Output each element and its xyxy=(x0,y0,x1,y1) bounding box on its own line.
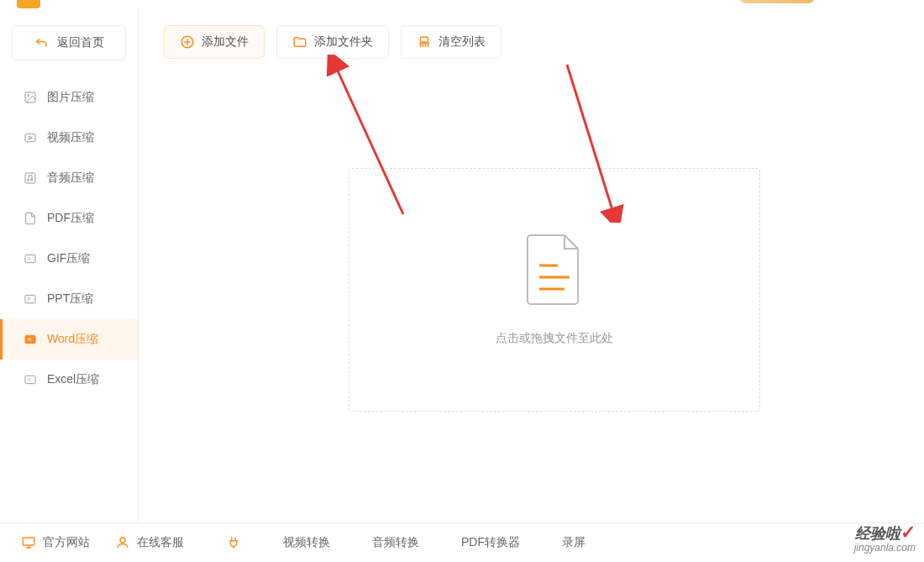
footer-video-convert[interactable]: 视频转换 xyxy=(283,535,330,550)
sidebar-item-label: 视频压缩 xyxy=(47,130,94,145)
footer-audio-convert[interactable]: 音频转换 xyxy=(372,535,419,550)
footer-label: 官方网站 xyxy=(43,535,90,550)
svg-rect-2 xyxy=(25,134,35,141)
clear-list-label: 清空列表 xyxy=(438,34,486,50)
svg-rect-12 xyxy=(25,376,35,383)
add-file-button[interactable]: 添加文件 xyxy=(164,25,265,59)
add-folder-button[interactable]: 添加文件夹 xyxy=(276,25,389,59)
folder-icon xyxy=(292,34,307,50)
return-icon xyxy=(34,35,49,50)
drop-zone-hint: 点击或拖拽文件至此处 xyxy=(496,331,613,346)
watermark-url: jingyanla.com xyxy=(854,542,916,554)
sidebar-item-label: 图片压缩 xyxy=(47,90,94,105)
footer-plug-icon[interactable] xyxy=(226,535,241,550)
monitor-icon xyxy=(21,535,36,550)
sidebar-item-audio[interactable]: 音频压缩 xyxy=(0,158,138,198)
app-logo xyxy=(17,0,40,8)
vip-badge[interactable] xyxy=(739,0,815,3)
svg-rect-3 xyxy=(25,173,35,183)
sidebar-item-label: Word压缩 xyxy=(47,332,98,347)
sidebar-item-pdf[interactable]: PDF压缩 xyxy=(0,198,138,239)
check-icon: ✓ xyxy=(900,522,916,543)
sidebar-item-label: PPT压缩 xyxy=(47,292,93,307)
excel-icon: X xyxy=(24,373,37,386)
svg-text:X: X xyxy=(28,378,31,382)
sidebar-item-gif[interactable]: G GIF压缩 xyxy=(0,239,138,279)
ppt-icon: P xyxy=(24,292,37,306)
svg-point-1 xyxy=(28,95,29,97)
sidebar-item-label: Excel压缩 xyxy=(47,372,99,387)
main-container: 返回首页 图片压缩 视频压缩 音频压缩 PDF压缩 G GIF压缩 P PPT压… xyxy=(0,8,924,523)
svg-rect-21 xyxy=(23,538,34,545)
footer-pdf-converter[interactable]: PDF转换器 xyxy=(461,535,520,550)
sidebar-item-label: 音频压缩 xyxy=(47,171,94,186)
svg-text:P: P xyxy=(28,297,30,302)
sidebar-item-video[interactable]: 视频压缩 xyxy=(0,118,138,158)
footer: 官方网站 在线客服 视频转换 音频转换 PDF转换器 录屏 xyxy=(0,523,924,562)
svg-text:G: G xyxy=(28,257,31,261)
sidebar-item-ppt[interactable]: P PPT压缩 xyxy=(0,279,138,319)
clear-list-button[interactable]: 清空列表 xyxy=(401,25,501,59)
sidebar: 返回首页 图片压缩 视频压缩 音频压缩 PDF压缩 G GIF压缩 P PPT压… xyxy=(0,8,139,523)
toolbar: 添加文件 添加文件夹 清空列表 xyxy=(164,25,899,59)
audio-icon xyxy=(24,171,37,185)
add-file-label: 添加文件 xyxy=(202,34,249,50)
plug-icon xyxy=(226,535,241,550)
svg-text:W: W xyxy=(28,338,32,342)
image-icon xyxy=(24,91,37,104)
word-icon: W xyxy=(24,333,37,346)
sidebar-item-label: GIF压缩 xyxy=(47,251,90,266)
sidebar-item-label: PDF压缩 xyxy=(47,211,94,226)
svg-point-22 xyxy=(120,538,125,543)
drop-zone[interactable]: 点击或拖拽文件至此处 xyxy=(349,168,760,412)
sidebar-item-word[interactable]: W Word压缩 xyxy=(0,319,138,360)
return-home-button[interactable]: 返回首页 xyxy=(12,25,126,60)
footer-official-site[interactable]: 官方网站 xyxy=(21,535,90,550)
svg-rect-8 xyxy=(25,295,35,302)
broom-icon xyxy=(417,34,432,50)
top-bar xyxy=(0,0,924,8)
svg-rect-15 xyxy=(421,37,428,42)
main-area: 添加文件 添加文件夹 清空列表 点击或拖拽文件至此处 xyxy=(139,8,924,523)
svg-point-5 xyxy=(30,179,32,181)
watermark-title: 经验啦 xyxy=(855,525,900,542)
sidebar-item-excel[interactable]: X Excel压缩 xyxy=(0,360,138,400)
sidebar-item-image[interactable]: 图片压缩 xyxy=(0,77,138,118)
headset-icon xyxy=(115,535,130,550)
pdf-icon xyxy=(24,212,37,225)
plus-circle-icon xyxy=(180,34,195,50)
footer-label: 在线客服 xyxy=(137,535,184,550)
gif-icon: G xyxy=(24,252,37,265)
watermark: 经验啦✓ jingyanla.com xyxy=(854,523,916,554)
footer-online-service[interactable]: 在线客服 xyxy=(115,535,184,550)
file-icon xyxy=(524,234,585,306)
svg-point-4 xyxy=(27,180,29,181)
return-label: 返回首页 xyxy=(57,35,104,50)
footer-screen-record[interactable]: 录屏 xyxy=(562,535,585,550)
video-icon xyxy=(24,131,37,144)
add-folder-label: 添加文件夹 xyxy=(314,34,373,50)
